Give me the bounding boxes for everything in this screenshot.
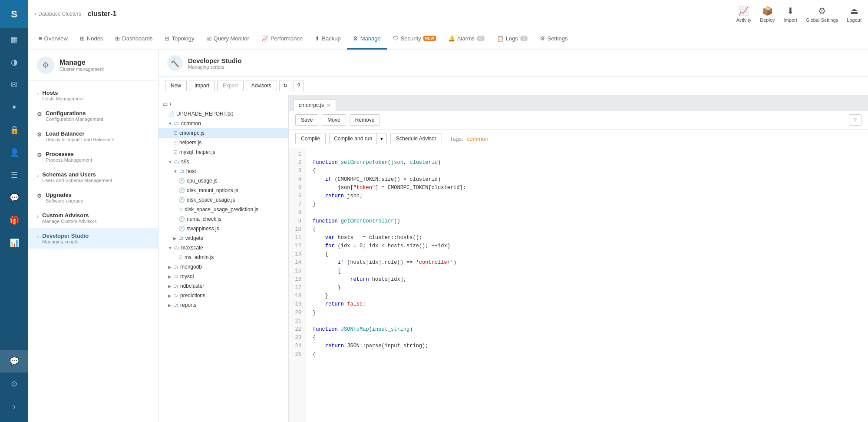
editor-tab-cmonrpc[interactable]: cmonrpc.js ✕ — [293, 99, 336, 111]
studio-header-text: Developer Studio Managing scripts — [188, 57, 241, 70]
sidebar-item-processes[interactable]: ⚙ Processes Process Management — [28, 146, 158, 167]
tab-backup[interactable]: ⬆ Backup — [309, 28, 347, 50]
code-editor[interactable]: 1 2 3 4 5 6 7 8 9 10 11 12 13 — [289, 148, 868, 422]
nav-icon-bubble[interactable]: 💬 — [0, 186, 28, 209]
editor-help-button[interactable]: ? — [849, 114, 861, 126]
move-button[interactable]: Move — [322, 114, 346, 126]
header-action-logout[interactable]: ⏏ Logout — [847, 6, 861, 23]
export-button[interactable]: Export — [217, 80, 244, 91]
header-action-deploy[interactable]: 📦 Deploy — [760, 6, 775, 23]
advisors-button[interactable]: Advisors — [246, 80, 277, 91]
nav-icon-chart[interactable]: ◑ — [0, 51, 28, 73]
tree-node-reports[interactable]: ▶ 🗂 reports — [158, 300, 288, 310]
help-button[interactable]: ? — [294, 80, 304, 91]
disk-space-pred-label: disk_space_usage_prediction.js — [185, 206, 258, 213]
ms-admin-icon: ⊡ — [178, 254, 183, 260]
schedule-advisor-button[interactable]: Schedule Advisor — [390, 133, 442, 144]
settings-tab-icon: ⚙ — [540, 35, 545, 42]
sidebar-item-developer-studio[interactable]: › Developer Studio Managing scripts — [28, 228, 158, 249]
header-action-import[interactable]: ⬇ Import — [784, 6, 797, 23]
tree-node-host[interactable]: ▼ 🗂 host — [158, 166, 288, 176]
close-tab-icon[interactable]: ✕ — [327, 103, 330, 108]
s9s-arrow-icon: ▼ — [168, 159, 172, 164]
tree-node-ms-admin[interactable]: ⊡ ms_admin.js — [158, 253, 288, 262]
developer-studio-title: Developer Studio — [42, 233, 89, 239]
nav-icon-list[interactable]: ☰ — [0, 164, 28, 186]
tab-performance[interactable]: 📈 Performance — [255, 28, 309, 50]
import-button[interactable]: Import — [189, 80, 215, 91]
active-tag: common — [467, 136, 488, 142]
disk-space-icon: 🕐 — [178, 197, 185, 203]
tree-node-ndbcluster[interactable]: ▶ 🗂 ndbcluster — [158, 281, 288, 291]
nav-icon-users[interactable]: 👤 — [0, 141, 28, 164]
header-action-global-settings[interactable]: ⚙ Global Settings — [806, 6, 838, 23]
header-action-activity[interactable]: 📈 Activity — [736, 6, 751, 23]
compile-button[interactable]: Compile — [295, 133, 326, 144]
code-content[interactable]: function setCmonrpcToken(json, clusterid… — [306, 148, 868, 422]
tree-node-disk-space[interactable]: 🕐 disk_space_usage.js — [158, 195, 288, 205]
custom-advisors-text: Custom Advisors Manage Custom Advisors — [42, 212, 96, 224]
sidebar-item-schemas-users[interactable]: › Schemas and Users Users and Schema Man… — [28, 167, 158, 187]
tab-alarms[interactable]: 🔔 Alarms 0 — [442, 28, 491, 50]
nav-icon-chat[interactable]: 💬 — [0, 350, 28, 372]
common-arrow-icon: ▼ — [168, 121, 172, 126]
tab-nodes[interactable]: ⊞ Nodes — [74, 28, 109, 50]
tab-query-monitor[interactable]: ◎ Query Monitor — [201, 28, 255, 50]
tree-node-disk-space-pred[interactable]: ⊡ disk_space_usage_prediction.js — [158, 205, 288, 214]
nav-icon-puzzle[interactable]: ✦ — [0, 96, 28, 119]
tree-node-common[interactable]: ▼ 🗂 common — [158, 119, 288, 128]
tree-node-mongodb[interactable]: ▶ 🗂 mongodb — [158, 262, 288, 272]
tree-node-mysql-helper[interactable]: ⊡ mysql_helper.js — [158, 147, 288, 157]
reports-folder-icon: 🗂 — [173, 302, 178, 308]
tab-logs[interactable]: 📋 Logs 0 — [491, 28, 534, 50]
tree-node-numa-check[interactable]: 🕐 numa_check.js — [158, 214, 288, 224]
tree-node-widgets[interactable]: ▶ 🗂 widgets — [158, 233, 288, 243]
tab-settings[interactable]: ⚙ Settings — [534, 28, 574, 50]
tab-security[interactable]: 🛡 Security NEW — [387, 28, 442, 50]
performance-tab-icon: 📈 — [261, 35, 268, 42]
tree-node-predictions[interactable]: ▶ 🗂 predictions — [158, 291, 288, 300]
nav-icon-toggle[interactable]: ⊙ — [0, 372, 28, 395]
sidebar-item-configurations[interactable]: ⚙ Configurations Configuration Managemen… — [28, 106, 158, 126]
sidebar-item-hosts[interactable]: › Hosts Hosts Management — [28, 85, 158, 106]
save-button[interactable]: Save — [295, 114, 318, 126]
compile-run-dropdown[interactable]: ▼ — [377, 133, 387, 144]
query-monitor-tab-icon: ◎ — [207, 35, 211, 42]
alarms-tab-label: Alarms — [457, 35, 475, 42]
tab-overview[interactable]: ≡ Overview — [33, 28, 74, 50]
sidebar-item-load-balancer[interactable]: ⚙ Load Balancer Deploy & Import Load Bal… — [28, 126, 158, 146]
disk-mount-icon: 🕐 — [178, 187, 185, 193]
tree-node-disk-mount[interactable]: 🕐 disk_mount_options.js — [158, 186, 288, 195]
tree-node-swappiness[interactable]: 🕐 swappiness.js — [158, 224, 288, 233]
tree-node-cpu-usage[interactable]: 🕐 cpu_usage.js — [158, 176, 288, 186]
sidebar-item-custom-advisors[interactable]: › Custom Advisors Manage Custom Advisors — [28, 208, 158, 228]
manage-header: ⚙ Manage Cluster management — [28, 50, 158, 81]
tags-label: Tags: — [450, 136, 463, 142]
breadcrumb-back[interactable]: ‹ Database Clusters — [35, 11, 81, 17]
nav-icon-lock[interactable]: 🔒 — [0, 119, 28, 141]
tree-node-cmonrpc[interactable]: ⊡ cmonrpc.js — [158, 128, 288, 138]
security-tab-icon: 🛡 — [393, 35, 399, 42]
tree-node-maxscale[interactable]: ▼ 🗂 maxscale — [158, 243, 288, 253]
nav-icon-expand[interactable]: › — [0, 395, 28, 418]
app-logo[interactable]: S — [0, 0, 28, 28]
nav-icon-dashboard[interactable]: ▦ — [0, 28, 28, 51]
tree-node-mysql[interactable]: ▶ 🗂 mysql — [158, 272, 288, 281]
tree-node-helpers[interactable]: ⊡ helpers.js — [158, 138, 288, 147]
new-button[interactable]: New — [165, 80, 187, 91]
sidebar-item-upgrades[interactable]: ⚙ Upgrades Software upgrade — [28, 187, 158, 208]
host-label: host — [186, 168, 196, 174]
nav-icon-graph[interactable]: 📊 — [0, 232, 28, 254]
tree-node-s9s[interactable]: ▼ 🗂 s9s — [158, 157, 288, 166]
tree-root[interactable]: 🗂 / — [158, 100, 288, 109]
remove-button[interactable]: Remove — [350, 114, 380, 126]
mongodb-folder-icon: 🗂 — [173, 264, 178, 270]
nav-icon-gift[interactable]: 🎁 — [0, 209, 28, 232]
tab-manage[interactable]: ⚙ Manage — [347, 28, 387, 50]
nav-icon-mail[interactable]: ✉ — [0, 73, 28, 96]
tree-node-upgrade-report[interactable]: 📄 UPGRADE_REPORT.txt — [158, 109, 288, 119]
refresh-button[interactable]: ↻ — [279, 80, 291, 91]
tab-topology[interactable]: ⊞ Topology — [158, 28, 200, 50]
compile-run-button[interactable]: Compile and run — [329, 133, 377, 144]
tab-dashboards[interactable]: ⊞ Dashboards — [109, 28, 158, 50]
